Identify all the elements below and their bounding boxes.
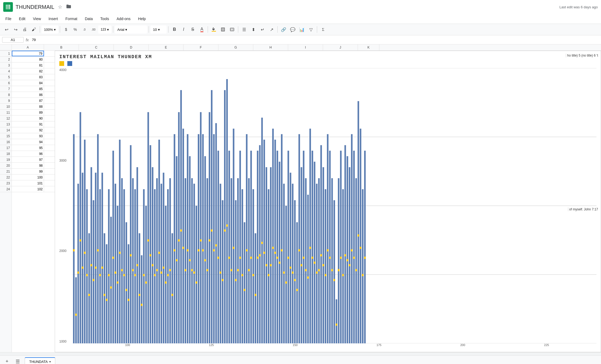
cell-A24[interactable]: 102 bbox=[12, 186, 44, 192]
col-header-D[interactable]: D bbox=[114, 44, 149, 50]
col-header-C[interactable]: C bbox=[79, 44, 114, 50]
zoom-dropdown[interactable]: 100% ▾ bbox=[42, 25, 58, 34]
menu-help[interactable]: Help bbox=[135, 16, 149, 22]
sheet-list-button[interactable]: ☰ bbox=[14, 358, 21, 364]
print-button[interactable]: 🖨 bbox=[20, 25, 29, 34]
menu-edit[interactable]: Edit bbox=[16, 16, 29, 22]
row-number-7: 7 bbox=[0, 86, 12, 92]
formula-input[interactable] bbox=[31, 37, 599, 42]
add-sheet-button[interactable]: + bbox=[3, 358, 11, 364]
col-header-K[interactable]: K bbox=[358, 44, 379, 50]
svg-rect-38 bbox=[99, 274, 101, 276]
sheet-dropdown-icon[interactable]: ▾ bbox=[49, 360, 51, 363]
menu-addons[interactable]: Add-ons bbox=[113, 16, 134, 22]
svg-rect-107 bbox=[176, 156, 178, 343]
cell-reference-input[interactable] bbox=[2, 37, 24, 43]
cell-A3[interactable]: 81 bbox=[12, 62, 44, 68]
chart-button[interactable]: 📊 bbox=[298, 25, 306, 34]
folder-icon[interactable] bbox=[66, 4, 71, 10]
toolbar-separator-4 bbox=[149, 26, 149, 33]
wrap-button[interactable]: ↵ bbox=[258, 25, 267, 34]
percent-button[interactable]: % bbox=[71, 25, 79, 34]
cell-A12[interactable]: 90 bbox=[12, 116, 44, 121]
star-icon[interactable]: ☆ bbox=[58, 4, 62, 10]
merge-cells-button[interactable] bbox=[228, 25, 236, 34]
svg-rect-133 bbox=[204, 156, 206, 343]
cell-A1[interactable]: 79 bbox=[12, 51, 44, 56]
svg-rect-46 bbox=[108, 274, 110, 276]
valign-button[interactable]: ⬍ bbox=[249, 25, 258, 34]
cell-A7[interactable]: 85 bbox=[12, 86, 44, 92]
svg-rect-268 bbox=[351, 249, 353, 251]
col-header-I[interactable]: I bbox=[288, 44, 323, 50]
cell-A22[interactable]: 100 bbox=[12, 174, 44, 180]
svg-rect-80 bbox=[145, 281, 147, 284]
menu-view[interactable]: View bbox=[30, 16, 44, 22]
cell-A2[interactable]: 80 bbox=[12, 57, 44, 62]
cell-A10[interactable]: 88 bbox=[12, 104, 44, 109]
menu-format[interactable]: Format bbox=[62, 16, 80, 22]
cell-A13[interactable]: 91 bbox=[12, 121, 44, 127]
svg-rect-147 bbox=[220, 184, 221, 343]
cell-A15[interactable]: 93 bbox=[12, 133, 44, 139]
font-color-button[interactable]: A bbox=[197, 25, 206, 34]
strikethrough-button[interactable]: S bbox=[188, 25, 197, 34]
cell-A9[interactable]: 87 bbox=[12, 98, 44, 103]
font-dropdown[interactable]: Arial ▾ bbox=[115, 25, 147, 34]
align-button[interactable]: ☰ bbox=[240, 25, 248, 34]
italic-button[interactable]: I bbox=[179, 25, 188, 34]
link-button[interactable]: 🔗 bbox=[279, 25, 288, 34]
menu-insert[interactable]: Insert bbox=[45, 16, 61, 22]
cell-A8[interactable]: 86 bbox=[12, 92, 44, 98]
dec-less-button[interactable]: .0 bbox=[80, 25, 89, 34]
cell-A20[interactable]: 98 bbox=[12, 163, 44, 168]
svg-rect-73 bbox=[139, 233, 140, 343]
col-header-F[interactable]: F bbox=[184, 44, 218, 50]
currency-button[interactable]: $ bbox=[62, 25, 70, 34]
borders-button[interactable] bbox=[219, 25, 227, 34]
redo-button[interactable]: ↪ bbox=[11, 25, 20, 34]
cell-A23[interactable]: 101 bbox=[12, 180, 44, 186]
format-num-dropdown[interactable]: 123 ▾ bbox=[98, 25, 111, 34]
sheet-tab-thundata[interactable]: THUNDATA ▾ bbox=[25, 357, 55, 364]
toolbar-separator-1 bbox=[40, 26, 40, 33]
font-size-dropdown[interactable]: 10 ▾ bbox=[151, 25, 167, 34]
cell-A14[interactable]: 92 bbox=[12, 127, 44, 133]
svg-rect-155 bbox=[228, 151, 230, 343]
rotate-button[interactable]: ↗ bbox=[267, 25, 276, 34]
comment-button[interactable]: 💬 bbox=[288, 25, 297, 34]
undo-button[interactable]: ↩ bbox=[2, 25, 11, 34]
menu-tools[interactable]: Tools bbox=[97, 16, 112, 22]
function-button[interactable]: Σ bbox=[319, 25, 327, 34]
col-header-A[interactable]: A bbox=[12, 44, 44, 50]
horizontal-scrollbar[interactable] bbox=[0, 352, 601, 355]
cell-A17[interactable]: 95 bbox=[12, 145, 44, 151]
col-header-J[interactable]: J bbox=[323, 44, 358, 50]
cell-A4[interactable]: 82 bbox=[12, 68, 44, 74]
svg-rect-23 bbox=[84, 140, 86, 343]
cell-A19[interactable]: 97 bbox=[12, 157, 44, 162]
cell-A6[interactable]: 84 bbox=[12, 80, 44, 86]
row-number-3: 3 bbox=[0, 62, 12, 68]
menu-file[interactable]: File bbox=[2, 16, 15, 22]
svg-rect-169 bbox=[244, 222, 245, 343]
cell-A16[interactable]: 94 bbox=[12, 139, 44, 145]
svg-rect-78 bbox=[143, 274, 145, 276]
cell-A11[interactable]: 89 bbox=[12, 110, 44, 115]
fill-color-button[interactable] bbox=[210, 25, 218, 34]
cell-A5[interactable]: 83 bbox=[12, 74, 44, 80]
col-header-E[interactable]: E bbox=[149, 44, 184, 50]
dec-more-button[interactable]: .00 bbox=[89, 25, 98, 34]
paint-format-button[interactable]: 🖌 bbox=[30, 25, 38, 34]
cell-A18[interactable]: 96 bbox=[12, 151, 44, 157]
col-header-B[interactable]: B bbox=[44, 44, 79, 50]
col-header-G[interactable]: G bbox=[218, 44, 253, 50]
svg-rect-22 bbox=[82, 266, 83, 269]
filter-button[interactable]: ▽ bbox=[307, 25, 315, 34]
menu-data[interactable]: Data bbox=[82, 16, 96, 22]
col-header-H[interactable]: H bbox=[253, 44, 288, 50]
bold-button[interactable]: B bbox=[170, 25, 179, 34]
row-number-22: 22 bbox=[0, 174, 12, 180]
svg-rect-19 bbox=[80, 112, 81, 343]
cell-A21[interactable]: 99 bbox=[12, 169, 44, 174]
